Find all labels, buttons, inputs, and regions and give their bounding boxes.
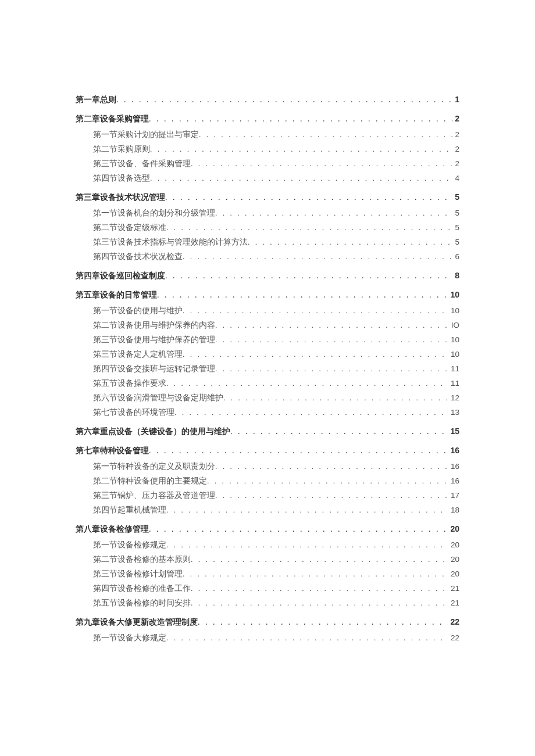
toc-leader-dots [191, 599, 448, 608]
toc-page-number: 22 [448, 617, 459, 626]
toc-entry: 第四节设备选型4 [76, 173, 459, 184]
toc-title: 第二节设备使用与维护保养的内容 [93, 320, 215, 331]
toc-page-number: 2 [452, 130, 459, 139]
toc-leader-dots [215, 209, 452, 218]
toc-entry: 第二节设备使用与维护保养的内容IO [76, 320, 459, 331]
toc-leader-dots [191, 584, 448, 593]
toc-page-number: 5 [452, 238, 459, 246]
toc-entry: 第三节设备定人定机管理10 [76, 349, 459, 360]
toc-page-number: 12 [448, 393, 459, 402]
toc-entry: 第一节设备机台的划分和分级管理5 [76, 208, 459, 218]
toc-title: 第一节设备检修规定 [93, 540, 166, 550]
toc-page-number: 10 [448, 350, 459, 359]
toc-title: 第四章设备巡回检查制度 [76, 271, 165, 281]
toc-title: 第三节设备检修计划管理 [93, 569, 183, 579]
toc-title: 第一节设备的使用与维护 [93, 306, 183, 316]
toc-entry: 第一章总则1 [76, 95, 459, 105]
toc-leader-dots [149, 114, 452, 124]
toc-page-number: 16 [448, 476, 459, 485]
toc-page-number: 6 [452, 252, 459, 261]
toc-entry: 第一节设备大修规定22 [76, 633, 459, 643]
toc-page-number: 10 [448, 306, 459, 315]
toc-entry: 第一节特种设备的定义及职责划分16 [76, 461, 459, 472]
toc-page-number: 16 [448, 446, 459, 455]
toc-entry: 第四节起重机械管理18 [76, 505, 459, 515]
toc-page-number: 15 [448, 427, 459, 436]
toc-entry: 第四节设备交接班与运转记录管理11 [76, 364, 459, 374]
toc-leader-dots [215, 364, 448, 374]
toc-page-number: 2 [452, 159, 459, 168]
toc-entry: 第八章设备检修管理20 [76, 524, 459, 535]
toc-page-number: 10 [448, 335, 459, 344]
toc-title: 第二节设备定级标准 [93, 223, 166, 233]
toc-leader-dots [183, 306, 448, 316]
table-of-contents: 第一章总则1第二章设备采购管理2第一节采购计划的提出与审定2第二节采购原则2第三… [76, 95, 459, 643]
toc-entry: 第七章特种设备管理16 [76, 446, 459, 456]
toc-title: 第五章设备的日常管理 [76, 290, 157, 300]
toc-leader-dots [198, 618, 448, 627]
toc-leader-dots [191, 555, 448, 564]
toc-title: 第七节设备的环境管理 [93, 407, 174, 418]
toc-leader-dots [165, 193, 452, 202]
toc-title: 第二节设备检修的基本原则 [93, 554, 191, 565]
toc-leader-dots [149, 525, 448, 534]
toc-title: 第五节设备操作要求 [93, 378, 166, 389]
toc-leader-dots [207, 476, 448, 486]
toc-entry: 第四章设备巡回检查制度8 [76, 271, 459, 281]
toc-entry: 第三节锅炉、压力容器及管道管理17 [76, 490, 459, 501]
toc-title: 第八章设备检修管理 [76, 524, 149, 535]
toc-title: 第五节设备检修的时间安排 [93, 598, 191, 608]
toc-title: 第四节设备选型 [93, 173, 150, 184]
toc-leader-dots [215, 321, 449, 330]
toc-page-number: 1 [452, 95, 459, 104]
toc-entry: 第二节采购原则2 [76, 144, 459, 155]
toc-leader-dots [199, 130, 452, 139]
toc-entry: 第五章设备的日常管理10 [76, 290, 459, 300]
toc-title: 第二节采购原则 [93, 144, 150, 155]
toc-entry: 第三节设备检修计划管理20 [76, 569, 459, 579]
toc-entry: 第五节设备检修的时间安排21 [76, 598, 459, 608]
toc-title: 第一节设备大修规定 [93, 633, 166, 643]
toc-title: 第七章特种设备管理 [76, 446, 149, 456]
toc-entry: 第三节设备使用与维护保养的管理10 [76, 335, 459, 345]
toc-page-number: 5 [452, 192, 459, 202]
toc-leader-dots [183, 350, 448, 359]
toc-entry: 第三节设备技术指标与管理效能的计算方法5 [76, 237, 459, 248]
toc-leader-dots [166, 540, 448, 550]
toc-page-number: 11 [448, 364, 459, 373]
toc-entry: 第七节设备的环境管理13 [76, 407, 459, 418]
toc-entry: 第二节设备定级标准5 [76, 223, 459, 233]
toc-title: 第四节设备技术状况检查 [93, 252, 183, 262]
toc-title: 第四节设备交接班与运转记录管理 [93, 364, 215, 374]
toc-title: 第三节设备、备件采购管理 [93, 159, 191, 169]
toc-leader-dots [248, 238, 452, 247]
toc-entry: 第一节采购计划的提出与审定2 [76, 130, 459, 140]
toc-entry: 第六章重点设备（关键设备）的使用与维护15 [76, 427, 459, 437]
toc-page-number: 5 [452, 209, 459, 217]
toc-title: 第三节设备定人定机管理 [93, 349, 183, 360]
toc-leader-dots [183, 569, 448, 579]
toc-entry: 第一节设备检修规定20 [76, 540, 459, 550]
toc-entry: 第二章设备采购管理2 [76, 114, 459, 124]
toc-page-number: 8 [452, 271, 459, 280]
toc-leader-dots [215, 462, 448, 471]
toc-title: 第三节设备技术指标与管理效能的计算方法 [93, 237, 248, 248]
toc-entry: 第三节设备、备件采购管理2 [76, 159, 459, 169]
toc-title: 第二章设备采购管理 [76, 114, 149, 124]
toc-title: 第二节特种设备使用的主要规定 [93, 476, 207, 486]
toc-leader-dots [174, 408, 448, 417]
toc-leader-dots [166, 506, 448, 515]
toc-leader-dots [223, 393, 448, 403]
toc-page-number: 21 [448, 599, 459, 607]
toc-title: 第三节设备使用与维护保养的管理 [93, 335, 215, 345]
toc-entry: 第二节特种设备使用的主要规定16 [76, 476, 459, 486]
toc-entry: 第三章设备技术状况管理5 [76, 192, 459, 203]
toc-leader-dots [215, 491, 448, 500]
toc-page-number: 20 [448, 569, 459, 578]
toc-title: 第三节锅炉、压力容器及管道管理 [93, 490, 215, 501]
toc-entry: 第四节设备检修的准备工作21 [76, 583, 459, 594]
toc-page-number: 10 [448, 290, 459, 299]
toc-leader-dots [191, 159, 452, 169]
toc-leader-dots [166, 379, 448, 388]
toc-page-number: 2 [452, 145, 459, 153]
